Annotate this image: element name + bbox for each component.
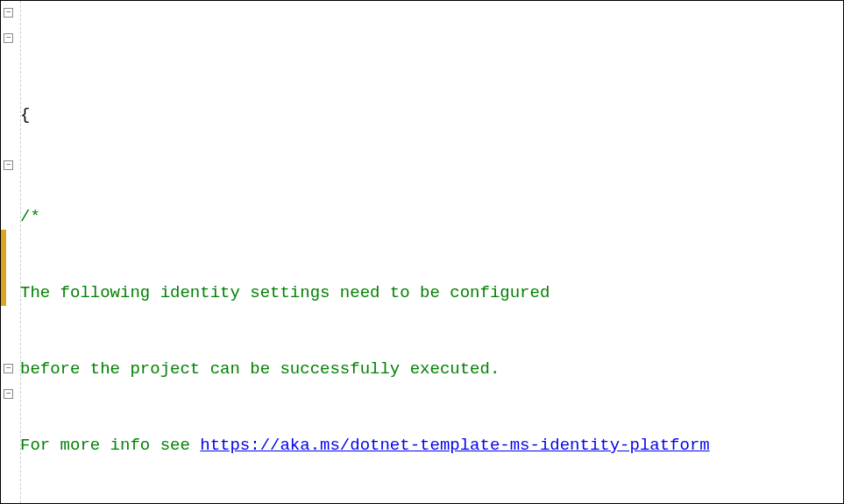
fold-gutter: − − − − −: [1, 1, 17, 503]
fold-toggle-root[interactable]: −: [4, 8, 13, 18]
code-editor[interactable]: − − − − − { /* The following identity se…: [1, 1, 843, 503]
line-comment-3: For more info see https://aka.ms/dotnet-…: [20, 433, 843, 458]
doc-link[interactable]: https://aka.ms/dotnet-template-ms-identi…: [200, 436, 710, 455]
line-comment-2: before the project can be successfully e…: [20, 357, 843, 382]
line-comment-open: /*: [20, 204, 843, 230]
fold-toggle-logging[interactable]: −: [4, 364, 13, 373]
change-marker: [1, 230, 6, 306]
fold-toggle-azuread[interactable]: −: [4, 160, 13, 170]
code-area[interactable]: { /* The following identity settings nee…: [17, 1, 843, 503]
fold-toggle-comment[interactable]: −: [4, 33, 13, 43]
line-brace-open: {: [20, 103, 843, 128]
line-comment-1: The following identity settings need to …: [20, 280, 843, 306]
fold-toggle-loglevel[interactable]: −: [4, 389, 13, 399]
